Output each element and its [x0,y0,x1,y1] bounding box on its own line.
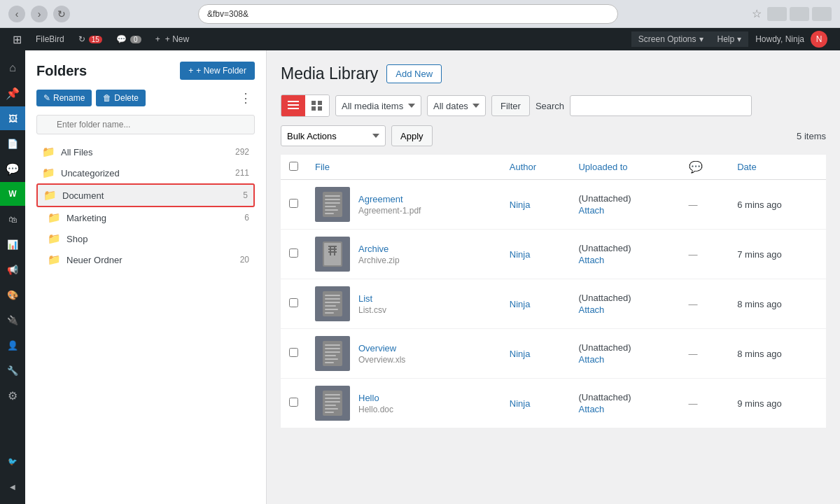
sidebar-item-products[interactable]: 🛍 [0,207,25,231]
list-view-button[interactable] [281,95,305,116]
rename-button[interactable]: ✎ Rename [36,90,92,106]
media-type-filter[interactable]: All media items [335,95,421,116]
avatar-icon: N [811,31,827,48]
svg-rect-41 [325,412,334,413]
attach-link-1[interactable]: Attach [578,255,671,265]
file-name-link-0[interactable]: Agreement [358,194,421,204]
forward-button[interactable]: › [31,6,48,22]
filebird-menu[interactable]: FileBird [29,28,71,50]
file-name-link-2[interactable]: List [358,293,386,304]
extension-1 [767,7,787,21]
attach-link-4[interactable]: Attach [578,404,671,414]
sidebar-collapse-button[interactable]: ◀ [0,475,25,498]
search-input[interactable] [570,95,752,116]
sidebar-item-pages[interactable]: 📄 [0,132,25,155]
date-cell-2: 8 mins ago [729,279,826,329]
svg-rect-37 [325,398,340,399]
screen-options-label: Screen Options [638,34,696,44]
help-button[interactable]: Help ▾ [710,31,749,47]
sidebar-item-settings[interactable]: ⚙ [0,384,25,407]
table-header-row: File Author Uploaded to 💬 Date [281,155,826,180]
file-name-link-1[interactable]: Archive [358,244,400,254]
bulk-actions-select[interactable]: Bulk Actions [281,125,386,146]
grid-view-button[interactable] [305,95,329,116]
sidebar-item-dashboard[interactable]: ⌂ [0,56,25,80]
folder-search-input[interactable] [36,115,255,134]
new-folder-button[interactable]: + + New Folder [180,62,255,80]
author-cell-2[interactable]: Ninja [501,279,570,329]
sidebar-item-plugins[interactable]: 🔌 [0,308,25,332]
sidebar-item-tools[interactable]: 🔧 [0,358,25,382]
svg-rect-9 [325,199,340,200]
sidebar-item-users[interactable]: 👤 [0,333,25,357]
new-content-menu[interactable]: + + New [148,28,196,50]
svg-rect-38 [325,401,340,402]
delete-button[interactable]: 🗑 Delete [96,90,146,106]
sidebar-item-comments[interactable]: 💬 [0,157,25,181]
author-cell-1[interactable]: Ninja [501,230,570,279]
grid-view-icon [312,101,323,111]
date-cell-0: 6 mins ago [729,180,826,230]
more-options-button[interactable]: ⋮ [237,90,255,106]
sidebar-item-marketing[interactable]: 📢 [0,258,25,281]
back-button[interactable]: ‹ [8,6,25,22]
sidebar-item-filebird[interactable]: 🐦 [0,449,25,473]
document-folder-label: Document [62,190,237,201]
reload-button[interactable]: ↻ [53,6,70,22]
folder-item-neuer-ordner[interactable]: 📁 Neuer Ordner 20 [36,249,255,270]
svg-rect-36 [325,394,340,396]
folders-toolbar: ✎ Rename 🗑 Delete ⋮ [36,90,255,106]
uploaded-to-column-header[interactable]: Uploaded to [570,155,680,180]
row-checkbox-2[interactable] [289,298,298,307]
file-name-link-4[interactable]: Hello [358,393,393,403]
svg-rect-24 [325,302,340,303]
address-bar[interactable]: &fbv=308& [198,4,618,24]
screen-options-button[interactable]: Screen Options ▾ [631,31,710,47]
apply-button[interactable]: Apply [391,125,433,146]
comment-column-header[interactable]: 💬 [680,155,729,180]
sidebar-item-woocommerce[interactable]: W [0,182,25,206]
attach-link-0[interactable]: Attach [578,205,671,216]
add-new-button[interactable]: Add New [386,64,442,83]
date-filter[interactable]: All dates [427,95,486,116]
row-checkbox-1[interactable] [289,248,298,258]
row-checkbox-0[interactable] [289,199,298,208]
row-checkbox-4[interactable] [289,398,298,407]
folder-item-shop[interactable]: 📁 Shop [36,228,255,249]
media-library-header: Media Library Add New [281,64,826,83]
author-cell-0[interactable]: Ninja [501,180,570,230]
file-column-header[interactable]: File [307,155,501,180]
attach-link-2[interactable]: Attach [578,304,671,315]
updates-menu[interactable]: ↻ 15 [71,28,109,50]
folder-item-document[interactable]: 📁 Document 5 [36,183,255,207]
date-column-header[interactable]: Date [729,155,826,180]
svg-rect-27 [325,312,334,314]
marketing-folder-icon: 📁 [48,211,61,224]
help-label: Help [718,34,735,44]
author-cell-4[interactable]: Ninja [501,379,570,428]
row-checkbox-cell [281,329,307,379]
uploaded-to-cell-1: (Unattached) Attach [570,230,680,279]
row-checkbox-3[interactable] [289,348,298,357]
select-all-checkbox[interactable] [289,162,298,171]
sidebar-item-posts[interactable]: 📌 [0,81,25,105]
file-name-link-3[interactable]: Overview [358,343,405,354]
svg-rect-12 [325,209,338,211]
sidebar-item-analytics[interactable]: 📊 [0,232,25,256]
svg-rect-10 [325,202,340,204]
attach-link-3[interactable]: Attach [578,354,671,365]
folder-item-uncategorized[interactable]: 📁 Uncategorized 211 [36,162,255,183]
sidebar-item-media[interactable]: 🖼 [0,106,25,130]
row-checkbox-cell [281,279,307,329]
folder-item-allfiles[interactable]: 📁 All Files 292 [36,141,255,162]
file-cell-2: List List.csv [307,279,501,329]
filter-button[interactable]: Filter [491,95,530,116]
bookmark-icon[interactable]: ☆ [752,7,762,20]
author-column-header[interactable]: Author [501,155,570,180]
howdy-menu[interactable]: Howdy, Ninja N [748,28,834,50]
wp-logo-button[interactable]: ⊞ [6,28,29,50]
sidebar-item-appearance[interactable]: 🎨 [0,283,25,307]
comments-menu[interactable]: 💬 0 [109,28,148,50]
author-cell-3[interactable]: Ninja [501,329,570,379]
folder-item-marketing[interactable]: 📁 Marketing 6 [36,207,255,228]
